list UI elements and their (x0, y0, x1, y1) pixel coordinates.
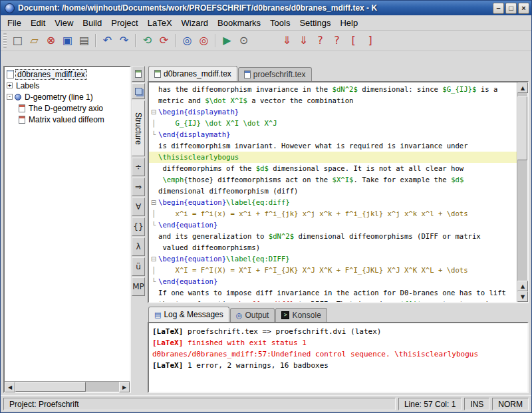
insert-close-bracket-button[interactable]: ] (362, 33, 378, 49)
editor-text-area[interactable]: has the diffeomorphism invariance in the… (149, 82, 517, 302)
symbol-tab-4[interactable]: λ (132, 237, 145, 256)
vscroll-track[interactable] (517, 93, 527, 281)
log-line[interactable]: d0branes/d0branes_mdiff:57:Undefined con… (152, 348, 524, 360)
editor-tab-d0branes-mdiff-tex[interactable]: d0branes_mdiff.tex (148, 66, 237, 81)
new-document-button[interactable]: □ (9, 33, 26, 49)
tree-item[interactable]: The D-geometry axio (5, 102, 130, 114)
code-line[interactable]: If one wants to impose diff invariance i… (149, 287, 517, 299)
scroll-up-button-bottom[interactable]: ▲ (517, 281, 528, 291)
code-line[interactable]: valued diffeomorphisms) (149, 242, 517, 253)
find-button[interactable]: ⊙ (235, 33, 252, 49)
code-line[interactable]: metric and $\dot X^I$ a vector the combi… (149, 95, 517, 106)
tree-hscrollbar[interactable]: ◀ ▶ (5, 381, 130, 392)
app-icon[interactable] (5, 3, 15, 13)
prev-error-button[interactable]: ⇓ (295, 33, 312, 49)
code-line[interactable]: └\end{equation} (149, 219, 517, 231)
menu-help[interactable]: Help (335, 16, 362, 30)
menu-bookmarks[interactable]: Bookmarks (213, 16, 265, 30)
compile-latex-button[interactable]: ⟲ (139, 33, 156, 49)
vscroll-thumb[interactable] (517, 96, 527, 160)
next-error-button[interactable]: ⇓ (279, 33, 295, 49)
menu-wizard[interactable]: Wizard (177, 16, 213, 30)
symbol-tab-6[interactable]: MP (132, 277, 145, 296)
tab-output[interactable]: ◎Output (230, 308, 275, 322)
menu-file[interactable]: File (3, 16, 26, 30)
scroll-right-button[interactable]: ▶ (119, 382, 130, 392)
menu-build[interactable]: Build (78, 16, 106, 30)
symbol-tab-3[interactable]: {} (132, 217, 145, 236)
code-line[interactable]: diffeomorphims of the $d$ dimensional sp… (149, 163, 517, 174)
redo-button[interactable]: ↷ (116, 33, 132, 49)
open-document-button[interactable]: ▱ (26, 33, 43, 49)
project-tab[interactable] (132, 83, 145, 99)
titlebar[interactable]: Document: /home/wijnhout/Documents/work/… (1, 1, 531, 15)
code-line[interactable]: ⊟\begin{displaymath} (149, 106, 517, 118)
latex-help-button[interactable]: ? (329, 33, 345, 49)
menu-view[interactable]: View (50, 16, 78, 30)
code-line[interactable]: \emph{those} diffeomorphisms act on the … (149, 174, 517, 186)
code-line[interactable]: │ x^i = f^i(x) = x^i + f^i_{jk} x^j x^k … (149, 208, 517, 219)
insert-open-bracket-button[interactable]: [ (345, 33, 362, 49)
save-document-button[interactable]: ▣ (59, 33, 76, 49)
print-document-button[interactable]: ▤ (76, 33, 92, 49)
structure-tab[interactable]: Structure (132, 100, 145, 156)
tree-item[interactable]: -D-geometry (line 1) (5, 91, 130, 102)
menu-tools[interactable]: Tools (265, 16, 295, 30)
editor-area: d0branes_mdiff.texproefschrift.tex has t… (148, 66, 529, 393)
symbol-tab-5[interactable]: ü (132, 257, 145, 276)
log-line[interactable]: [LaTeX] proefschrift.tex => proefschrift… (152, 326, 524, 337)
code-line[interactable]: ⊟\begin{equation}\label{eq:DIFF} (149, 253, 517, 265)
code-line[interactable]: has the diffeomorphism invariance in the… (149, 84, 517, 95)
log-view[interactable]: [LaTeX] proefschrift.tex => proefschrift… (149, 323, 527, 374)
editor-vscrollbar[interactable]: ▲ ▲ ▼ (517, 82, 527, 302)
hscroll-track[interactable] (15, 382, 119, 392)
editor-tab-proefschrift-tex[interactable]: proefschrift.tex (238, 67, 312, 81)
undo-button[interactable]: ↶ (99, 33, 116, 49)
tab-log-messages[interactable]: ▤Log & Messages (148, 307, 229, 322)
view-pdf-button[interactable]: ◎ (196, 33, 212, 49)
fold-marker-icon[interactable]: ⊟ (149, 197, 158, 208)
expander-icon[interactable]: - (7, 94, 13, 100)
tree-item[interactable]: +Labels (5, 80, 130, 91)
view-dvi-button[interactable]: ◎ (179, 33, 196, 49)
hscroll-thumb[interactable] (15, 382, 86, 392)
code-line[interactable]: └\end{equation} (149, 276, 517, 287)
symbol-tab-2[interactable]: ∀ (132, 198, 145, 216)
context-help-button[interactable]: ? (312, 33, 329, 49)
code-line[interactable]: \thisisclearlybogus (149, 152, 517, 163)
code-line[interactable]: ⊟\begin{equation}\label{eq:diff} (149, 197, 517, 208)
quickbuild-button[interactable]: ▶ (219, 33, 235, 49)
code-line[interactable]: is diffeomorphism invariant. However wha… (149, 140, 517, 152)
menu-latex[interactable]: LaTeX (143, 16, 177, 30)
scroll-up-button[interactable]: ▲ (517, 82, 528, 93)
tab-konsole[interactable]: >Konsole (275, 308, 327, 322)
code-line[interactable]: │ X^I = F^I(X) = X^I + F^I_{JK} X^J X^K … (149, 265, 517, 276)
symbol-tab-1[interactable]: ⇒ (132, 178, 145, 196)
fold-marker-icon[interactable]: ⊟ (149, 253, 158, 265)
tree-item[interactable]: Matrix valued diffeom (5, 114, 130, 125)
toolbar-handle[interactable] (3, 33, 7, 48)
window-close-button[interactable]: × (518, 3, 529, 14)
code-line[interactable]: the transformation \ref{eq:diff} to DIFF… (149, 299, 517, 302)
code-line[interactable]: and its generalization to $dN^2$ dimensi… (149, 231, 517, 242)
log-line[interactable]: [LaTeX] 1 error, 2 warnings, 16 badboxes (152, 360, 524, 371)
tree-item[interactable]: d0branes_mdiff.tex (5, 69, 130, 80)
menu-edit[interactable]: Edit (26, 16, 50, 30)
compile-pdflatex-button[interactable]: ⟳ (156, 33, 172, 49)
expander-icon[interactable]: + (7, 82, 13, 88)
window-maximize-button[interactable]: □ (505, 3, 517, 14)
code-segment: a vector the combination (247, 96, 353, 104)
scroll-left-button[interactable]: ◀ (5, 382, 15, 392)
symbol-tab-0[interactable]: ÷ (132, 158, 145, 176)
code-line[interactable]: dimensional diffeomorphism (diff) (149, 186, 517, 197)
window-minimize-button[interactable]: – (493, 3, 504, 14)
close-document-button[interactable]: ⊗ (43, 33, 59, 49)
fold-marker-icon[interactable]: ⊟ (149, 106, 158, 118)
files-tab[interactable] (132, 66, 145, 82)
scroll-down-button[interactable]: ▼ (517, 291, 528, 302)
menu-settings[interactable]: Settings (295, 16, 335, 30)
menu-project[interactable]: Project (106, 16, 142, 30)
code-line[interactable]: └\end{displaymath} (149, 129, 517, 140)
code-line[interactable]: │ G_{IJ} \dot X^I \dot X^J (149, 118, 517, 129)
log-line[interactable]: [LaTeX] finished with exit status 1 (152, 337, 524, 348)
